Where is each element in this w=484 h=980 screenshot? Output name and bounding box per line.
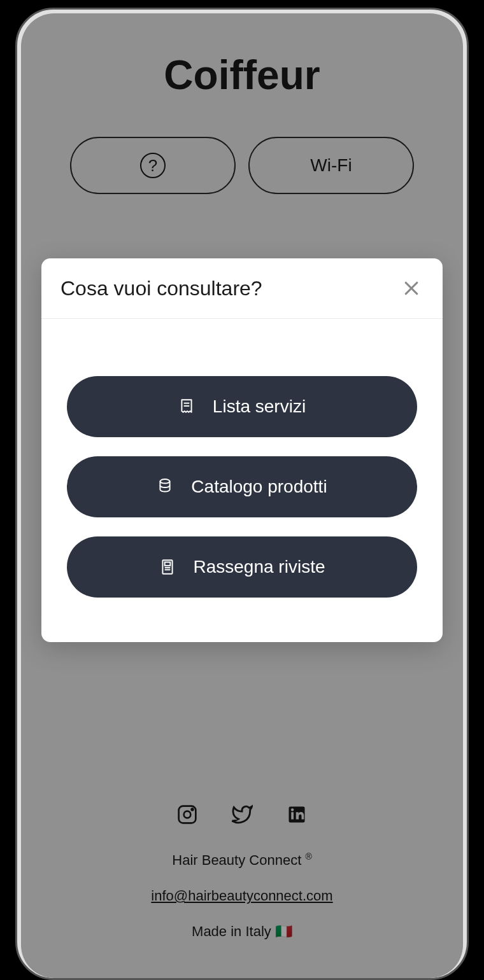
svg-rect-12 [164,562,170,565]
option-label: Lista servizi [213,396,306,417]
newspaper-icon [159,559,176,575]
receipt-icon [178,398,195,415]
services-list-button[interactable]: Lista servizi [67,376,417,437]
magazine-review-button[interactable]: Rassegna riviste [67,536,417,598]
option-label: Catalogo prodotti [191,477,327,497]
option-label: Rassegna riviste [194,557,325,577]
modal-title: Cosa vuoi consultare? [60,277,262,300]
product-catalog-button[interactable]: Catalogo prodotti [67,456,417,517]
modal-overlay[interactable]: Cosa vuoi consultare? [21,13,463,978]
close-button[interactable] [399,276,424,300]
consult-modal: Cosa vuoi consultare? [41,258,443,642]
screen: Coiffeur ? Wi-Fi [21,13,463,978]
database-icon [157,479,173,495]
device-frame: Coiffeur ? Wi-Fi [15,8,469,980]
modal-body: Lista servizi Catalogo prodotti [41,319,443,642]
modal-header: Cosa vuoi consultare? [41,258,443,319]
svg-point-10 [160,479,170,484]
close-icon [402,279,421,298]
